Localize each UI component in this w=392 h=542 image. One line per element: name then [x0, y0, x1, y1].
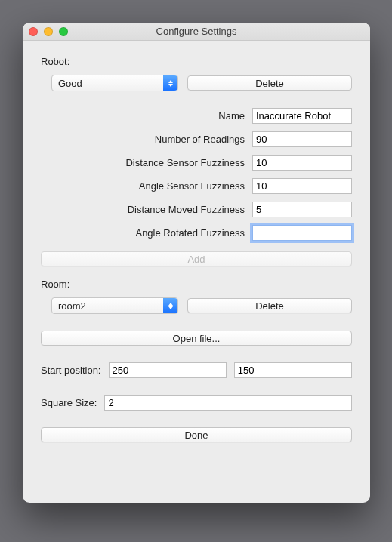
robot-select[interactable]: Good	[51, 75, 178, 91]
square-size-field[interactable]	[104, 395, 352, 411]
settings-window: Configure Settings Robot: Good Delete Na…	[23, 23, 370, 503]
square-size-label: Square Size:	[41, 397, 97, 408]
done-button[interactable]: Done	[41, 427, 352, 442]
chevron-updown-icon	[163, 298, 177, 313]
room-select[interactable]: room2	[51, 297, 178, 314]
minimize-icon[interactable]	[44, 27, 53, 36]
start-y-field[interactable]	[234, 362, 352, 378]
start-x-field[interactable]	[109, 362, 227, 378]
zoom-icon[interactable]	[59, 27, 68, 36]
robot-select-value: Good	[58, 78, 82, 89]
angle-rot-field[interactable]	[252, 225, 352, 241]
readings-field[interactable]	[252, 131, 352, 147]
add-label: Add	[187, 254, 205, 265]
robot-section-label: Robot:	[41, 56, 352, 67]
name-field[interactable]	[252, 108, 352, 124]
dist-moved-label: Distance Moved Fuzziness	[41, 204, 245, 215]
dist-sensor-field[interactable]	[252, 155, 352, 171]
readings-label: Number of Readings	[41, 134, 245, 145]
titlebar: Configure Settings	[23, 23, 370, 41]
traffic-lights	[29, 27, 68, 36]
room-delete-button[interactable]: Delete	[187, 298, 352, 313]
angle-sensor-field[interactable]	[252, 178, 352, 194]
done-label: Done	[184, 430, 208, 441]
angle-rot-label: Angle Rotated Fuzziness	[41, 227, 245, 239]
open-file-button[interactable]: Open file...	[41, 331, 352, 346]
chevron-updown-icon	[163, 75, 177, 91]
close-icon[interactable]	[29, 27, 38, 36]
robot-delete-button[interactable]: Delete	[187, 75, 352, 91]
dist-sensor-label: Distance Sensor Fuzziness	[41, 157, 245, 168]
content: Robot: Good Delete Name Number of Readin…	[23, 41, 370, 457]
room-section-label: Room:	[41, 279, 352, 290]
start-position-label: Start position:	[41, 365, 101, 376]
robot-form: Name Number of Readings Distance Sensor …	[41, 108, 352, 241]
robot-delete-label: Delete	[255, 78, 284, 89]
room-select-value: room2	[58, 300, 86, 312]
angle-sensor-label: Angle Sensor Fuzziness	[41, 180, 245, 192]
room-delete-label: Delete	[255, 300, 284, 312]
dist-moved-field[interactable]	[252, 202, 352, 217]
add-button[interactable]: Add	[41, 251, 352, 266]
window-title: Configure Settings	[23, 26, 370, 37]
name-label: Name	[41, 110, 245, 122]
open-file-label: Open file...	[173, 333, 221, 344]
